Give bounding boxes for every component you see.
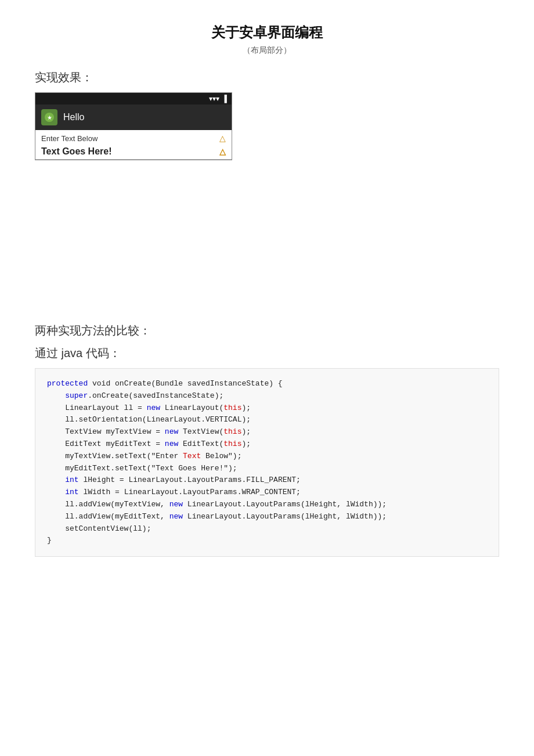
android-content: Enter Text Below △ Text Goes Here! △	[35, 130, 232, 160]
code-block: protected void onCreate(Bundle savedInst…	[35, 368, 499, 557]
android-statusbar: ▾▾▾ ▐	[35, 93, 232, 105]
textview-label: Enter Text Below	[41, 134, 98, 143]
warning-icon-1: △	[219, 134, 226, 143]
android-textview: Enter Text Below △	[35, 130, 232, 144]
page-title: 关于安卓界面编程	[35, 23, 499, 42]
java-section-label: 通过 java 代码：	[35, 345, 499, 361]
edittext-value: Text Goes Here!	[41, 146, 112, 157]
effect-section-label: 实现效果：	[35, 70, 499, 85]
comparison-section-label: 两种实现方法的比较：	[35, 323, 499, 339]
warning-icon-2: △	[219, 147, 226, 156]
page-subtitle: （布局部分）	[35, 45, 499, 56]
svg-text:★: ★	[47, 114, 52, 121]
titlebar-text: Hello	[63, 112, 84, 123]
android-simulator: ▾▾▾ ▐ ★ Hello Enter Text Below △ Text Go…	[35, 92, 232, 160]
app-icon: ★	[41, 109, 57, 125]
android-titlebar: ★ Hello	[35, 105, 232, 130]
wifi-icon: ▾▾▾	[209, 95, 219, 103]
battery-icon: ▐	[222, 95, 227, 103]
android-edittext[interactable]: Text Goes Here! △	[35, 144, 232, 160]
